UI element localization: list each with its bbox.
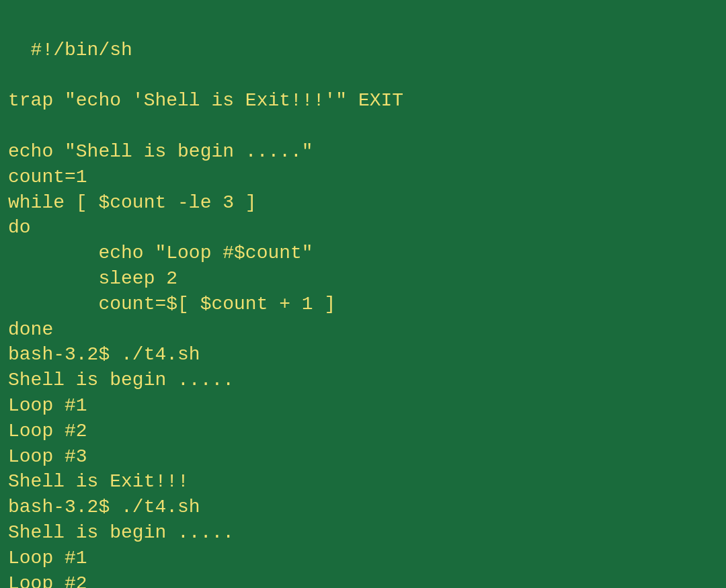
terminal-content: #!/bin/sh trap "echo 'Shell is Exit!!!'"…: [8, 40, 403, 588]
terminal-window[interactable]: #!/bin/sh trap "echo 'Shell is Exit!!!'"…: [0, 0, 726, 588]
